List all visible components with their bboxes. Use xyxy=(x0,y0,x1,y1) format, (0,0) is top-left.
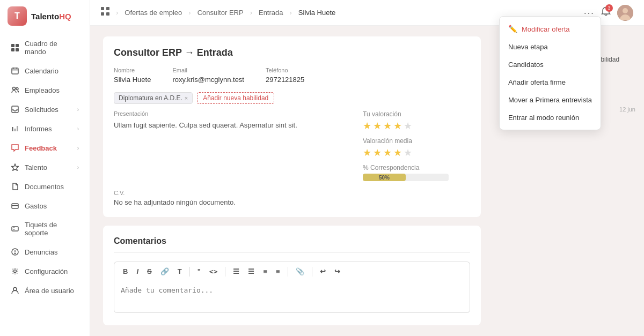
notification-badge: 3 xyxy=(605,4,613,12)
outdent-button[interactable]: ≡ xyxy=(260,265,270,278)
star-3[interactable]: ★ xyxy=(383,120,392,132)
sidebar-item-talento[interactable]: Talento › xyxy=(3,158,86,176)
toolbar-sep-3 xyxy=(288,267,288,277)
presentacion-text: Ullam fugit sapiente. Culpa sed quaerat.… xyxy=(114,120,350,131)
comment-input[interactable] xyxy=(114,281,470,313)
users-icon xyxy=(11,86,19,94)
chevron-right-icon-4: › xyxy=(77,165,79,170)
skills-row: Diplomatura en A.D.E. × Añadir nueva hab… xyxy=(114,92,470,104)
comments-card: Comentarios B I S 🔗 T " <> ☰ ☰ ≡ ≡ xyxy=(103,226,481,325)
chart-icon xyxy=(11,124,19,133)
sidebar-label-tiquets: Tiquets de soporte xyxy=(25,221,79,237)
dropdown-entrar-reunion-label: Entrar al modo reunión xyxy=(508,114,579,122)
left-column: Presentación Ullam fugit sapiente. Culpa… xyxy=(114,110,350,181)
star-1[interactable]: ★ xyxy=(363,120,371,132)
user-avatar[interactable] xyxy=(617,5,633,21)
attach-button[interactable]: 📎 xyxy=(292,265,308,278)
sidebar-item-documentos[interactable]: Documentos xyxy=(3,177,86,196)
apps-button[interactable] xyxy=(101,7,109,18)
dropdown-anadir-oferta[interactable]: Añadir oferta firme xyxy=(500,73,601,91)
sidebar-label-informes: Informes xyxy=(25,125,52,133)
svg-rect-2 xyxy=(11,48,14,51)
breadcrumb-sep-3: › xyxy=(250,9,252,17)
breadcrumb-sep-4: › xyxy=(290,9,292,17)
media-star-4: ★ xyxy=(393,147,402,159)
calendar-icon xyxy=(11,66,19,75)
indent-button[interactable]: ≡ xyxy=(273,265,283,278)
svg-rect-16 xyxy=(12,204,18,208)
breadcrumb-consultor[interactable]: Consultor ERP xyxy=(197,9,244,17)
sidebar-item-configuracion[interactable]: Configuración xyxy=(3,262,86,280)
sidebar-item-dashboard[interactable]: Cuadro de mando xyxy=(3,35,86,61)
sidebar-label-denuncias: Denuncias xyxy=(25,248,57,256)
dropdown-candidatos[interactable]: Candidatos xyxy=(500,56,601,73)
sidebar: T TalentoHQ Cuadro de mando Calendario E… xyxy=(0,0,90,336)
add-skill-button[interactable]: Añadir nueva habilidad xyxy=(197,92,274,104)
sidebar-item-gastos[interactable]: Gastos xyxy=(3,197,86,215)
valoracion-media-stars: ★ ★ ★ ★ ★ xyxy=(363,147,470,159)
media-star-1: ★ xyxy=(363,147,371,159)
star-5[interactable]: ★ xyxy=(404,120,412,132)
sidebar-item-denuncias[interactable]: Denuncias xyxy=(3,243,86,261)
correspondencia-bar: 50% xyxy=(363,174,449,181)
svg-rect-12 xyxy=(12,127,13,131)
correspondencia-text: 50% xyxy=(379,175,390,181)
sidebar-label-calendar: Calendario xyxy=(25,67,58,75)
comments-title: Comentarios xyxy=(114,236,470,246)
undo-button[interactable]: ↩ xyxy=(317,265,329,278)
breadcrumb-ofertas[interactable]: Ofertas de empleo xyxy=(125,9,182,17)
nombre-label: Nombre xyxy=(114,67,151,73)
breadcrumb-entrada[interactable]: Entrada xyxy=(259,9,283,17)
strikethrough-button[interactable]: S xyxy=(144,265,155,278)
candidate-header-card: Consultor ERP → Entrada Nombre Silvia Hu… xyxy=(103,36,481,217)
sidebar-item-solicitudes[interactable]: Solicitudes › xyxy=(3,100,86,118)
bold-button[interactable]: B xyxy=(120,265,131,278)
dropdown-mover-primera[interactable]: Mover a Primera entrevista xyxy=(500,91,601,109)
svg-rect-13 xyxy=(14,129,16,131)
sidebar-item-tiquets[interactable]: Tiquets de soporte xyxy=(3,216,86,242)
dropdown-entrar-reunion[interactable]: Entrar al modo reunión xyxy=(500,109,601,126)
svg-rect-10 xyxy=(12,106,18,113)
dropdown-modificar[interactable]: ✏️ Modificar oferta xyxy=(500,20,601,38)
right-column: Tu valoración ★ ★ ★ ★ ★ Valoración media… xyxy=(363,110,470,181)
sidebar-label-solicitudes: Solicitudes xyxy=(25,106,58,114)
redo-button[interactable]: ↪ xyxy=(331,265,343,278)
link-button[interactable]: 🔗 xyxy=(157,265,172,278)
dropdown-menu: ✏️ Modificar oferta Nueva etapa Candidat… xyxy=(499,16,601,130)
dropdown-nueva-etapa[interactable]: Nueva etapa xyxy=(500,38,601,56)
cv-value: No se ha adjuntado ningún documento. xyxy=(114,198,470,206)
sidebar-item-area[interactable]: Área de usuario xyxy=(3,281,86,300)
cv-label: C.V. xyxy=(114,190,470,196)
sidebar-item-feedback[interactable]: Feedback › xyxy=(3,139,86,157)
logo-area[interactable]: T TalentoHQ xyxy=(0,0,90,34)
dropdown-nueva-etapa-label: Nueva etapa xyxy=(508,43,548,51)
logo-text: TalentoHQ xyxy=(31,12,71,21)
italic-button[interactable]: I xyxy=(133,265,142,278)
bullet-list-button[interactable]: ☰ xyxy=(230,265,243,278)
telefono-field: Teléfono 2972121825 xyxy=(266,67,304,84)
sidebar-item-informes[interactable]: Informes › xyxy=(3,120,86,138)
sidebar-item-employees[interactable]: Empleados xyxy=(3,81,86,99)
dropdown-modificar-label: Modificar oferta xyxy=(522,25,570,33)
nombre-field: Nombre Silvia Huete xyxy=(114,67,151,84)
svg-point-30 xyxy=(623,8,628,13)
blockquote-button[interactable]: " xyxy=(194,265,204,278)
notifications-button[interactable]: 3 xyxy=(601,6,611,19)
ordered-list-button[interactable]: ☰ xyxy=(245,265,258,278)
main-panel: Consultor ERP → Entrada Nombre Silvia Hu… xyxy=(90,26,494,336)
inbox-icon xyxy=(11,105,19,114)
sidebar-label-documentos: Documentos xyxy=(25,183,64,191)
code-button[interactable]: <> xyxy=(206,265,221,278)
star-4[interactable]: ★ xyxy=(393,120,402,132)
valoracion-media-label: Valoración media xyxy=(363,137,470,145)
alert-icon xyxy=(11,248,19,256)
star-2[interactable]: ★ xyxy=(373,120,382,132)
dropdown-candidatos-label: Candidatos xyxy=(508,61,544,69)
remove-skill-button[interactable]: × xyxy=(185,95,188,101)
email-field: Email roxy.kris@mcglynn.test xyxy=(172,67,244,84)
text-button[interactable]: T xyxy=(174,265,185,278)
svg-rect-4 xyxy=(12,68,18,74)
sidebar-label-dashboard: Cuadro de mando xyxy=(25,40,79,56)
sidebar-label-configuracion: Configuración xyxy=(25,267,68,275)
sidebar-item-calendar[interactable]: Calendario xyxy=(3,62,86,80)
